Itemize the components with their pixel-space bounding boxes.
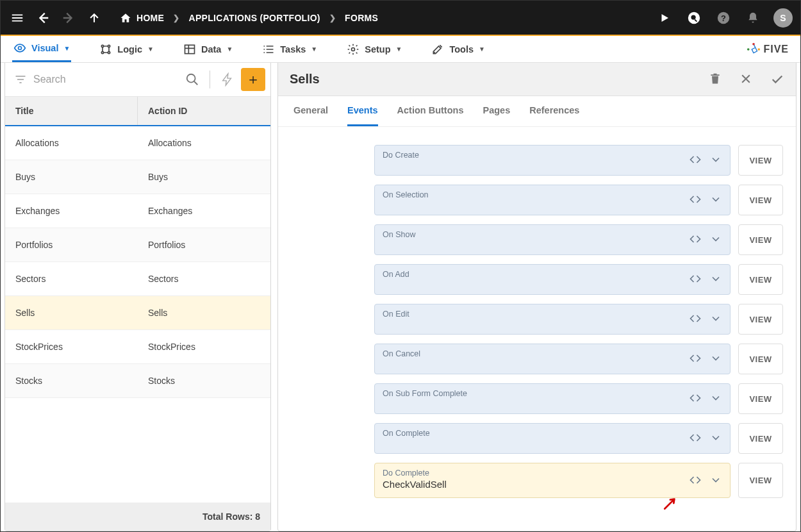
tab-general[interactable]: General [293,96,328,126]
chevron-down-icon[interactable] [709,474,722,486]
menu-logic[interactable]: Logic▼ [98,36,155,62]
event-field[interactable]: On Show [374,224,731,255]
event-row: On Sub Form CompleteVIEW [374,383,783,414]
forward-icon [60,9,78,27]
svg-point-7 [108,45,110,47]
event-row: On AddVIEW [374,264,783,295]
view-button[interactable]: VIEW [738,383,783,414]
chevron-down-icon[interactable] [709,352,722,365]
list-row[interactable]: StockPricesStockPrices [5,330,270,364]
search-icon[interactable] [185,72,199,87]
chevron-down-icon[interactable] [709,193,722,206]
svg-point-8 [102,51,104,53]
list-row[interactable]: AllocationsAllocations [5,126,270,160]
list-row[interactable]: SellsSells [5,296,270,330]
list-header: Title Action ID [5,97,270,126]
menu-data[interactable]: Data▼ [182,36,234,62]
svg-point-13 [758,48,761,51]
close-icon[interactable] [739,72,752,87]
tab-events[interactable]: Events [347,96,378,126]
list-row[interactable]: SectorsSectors [5,262,270,296]
breadcrumb-forms[interactable]: FORMS [345,13,378,23]
tab-action-buttons[interactable]: Action Buttons [397,96,464,126]
col-action-id[interactable]: Action ID [138,97,270,125]
code-icon[interactable] [689,352,702,365]
breadcrumb-home[interactable]: HOME [120,12,164,24]
bell-icon[interactable] [744,9,762,27]
list-row[interactable]: ExchangesExchanges [5,194,270,228]
col-title[interactable]: Title [5,97,138,125]
view-button[interactable]: VIEW [738,463,783,498]
event-field[interactable]: On Selection [374,185,731,215]
help-icon[interactable]: ? [714,9,732,27]
view-button[interactable]: VIEW [738,304,783,335]
filter-icon[interactable] [14,73,27,86]
code-icon[interactable] [689,193,702,206]
menu-visual[interactable]: Visual▼ [12,36,71,62]
up-icon[interactable] [85,9,103,27]
menu-tasks[interactable]: Tasks▼ [261,36,318,62]
topbar: HOME ❯ APPLICATIONS (PORTFOLIO) ❯ FORMS … [1,1,800,36]
view-button[interactable]: VIEW [738,145,783,176]
svg-point-6 [102,45,104,47]
event-row: On EditVIEW [374,304,783,335]
right-pane: Sells GeneralEventsAction ButtonsPagesRe… [277,63,797,531]
event-row: On CancelVIEW [374,344,783,374]
play-icon[interactable] [656,9,673,27]
menu-tools[interactable]: Tools▼ [430,36,486,62]
tab-references[interactable]: References [529,96,579,126]
bolt-icon[interactable] [220,72,235,87]
search-input[interactable] [33,74,179,85]
event-field[interactable]: On Cancel [374,344,731,374]
code-icon[interactable] [689,153,702,166]
view-button[interactable]: VIEW [738,423,783,454]
view-button[interactable]: VIEW [738,344,783,374]
event-field[interactable]: Do Create [374,145,731,176]
code-icon[interactable] [689,272,702,285]
code-icon[interactable] [689,474,702,486]
svg-rect-10 [185,45,194,53]
svg-point-9 [108,51,110,53]
list-row[interactable]: PortfoliosPortfolios [5,228,270,262]
code-icon[interactable] [689,392,702,404]
add-button[interactable]: ＋ [241,68,265,91]
event-row: On ShowVIEW [374,224,783,255]
chevron-down-icon[interactable] [709,312,722,325]
search-fab-icon[interactable] [685,9,703,27]
view-button[interactable]: VIEW [738,185,783,215]
code-icon[interactable] [689,312,702,325]
avatar[interactable]: S [773,8,793,28]
svg-point-12 [753,42,756,45]
code-icon[interactable] [689,431,702,444]
event-row: Do CompleteCheckValidSellVIEW [374,463,783,498]
event-row: On CompleteVIEW [374,423,783,454]
chevron-down-icon[interactable] [709,272,722,285]
event-row: On SelectionVIEW [374,185,783,215]
svg-point-14 [747,48,750,51]
list-row[interactable]: StocksStocks [5,364,270,398]
event-row: Do CreateVIEW [374,145,783,176]
code-icon[interactable] [689,233,702,245]
event-field[interactable]: Do CompleteCheckValidSell [374,463,731,498]
menu-setup[interactable]: Setup▼ [345,36,403,62]
chevron-down-icon[interactable] [709,392,722,404]
event-field[interactable]: On Add [374,264,731,295]
list-footer: Total Rows: 8 [5,503,270,531]
list-row[interactable]: BuysBuys [5,160,270,194]
delete-icon[interactable] [709,72,722,87]
event-field[interactable]: On Complete [374,423,731,454]
check-icon[interactable] [770,72,784,87]
tab-pages[interactable]: Pages [483,96,510,126]
chevron-down-icon[interactable] [709,153,722,166]
breadcrumb-applications[interactable]: APPLICATIONS (PORTFOLIO) [189,13,320,23]
chevron-down-icon[interactable] [709,431,722,444]
event-field[interactable]: On Edit [374,304,731,335]
view-button[interactable]: VIEW [738,264,783,295]
event-field[interactable]: On Sub Form Complete [374,383,731,414]
svg-point-1 [691,15,695,19]
back-icon[interactable] [34,9,52,27]
svg-point-15 [187,74,195,83]
view-button[interactable]: VIEW [738,224,783,255]
hamburger-icon[interactable] [8,9,26,27]
chevron-down-icon[interactable] [709,233,722,245]
